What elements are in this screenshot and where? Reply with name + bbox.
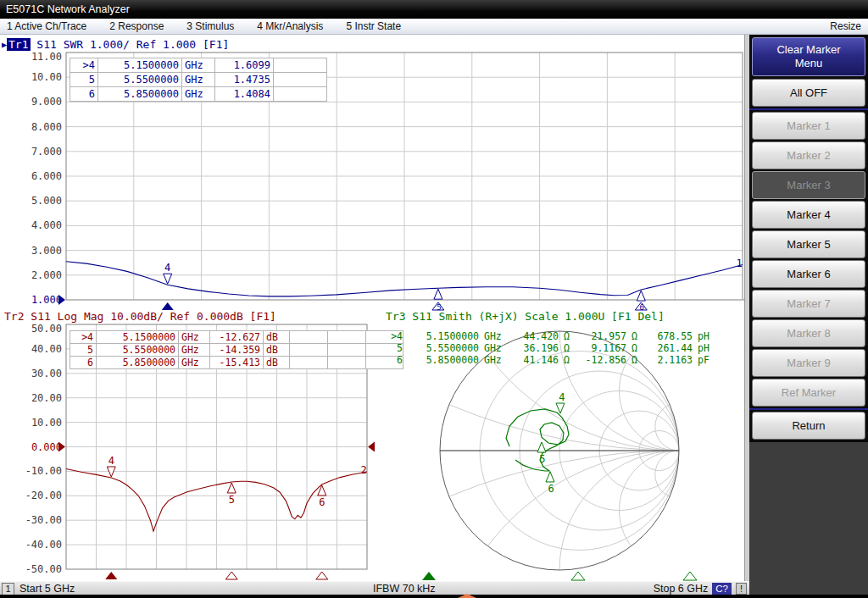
status-right-cluster: Stop 6 GHz C? ! (654, 583, 747, 595)
calibration-status-badge: C? (712, 583, 732, 595)
svg-text:30.00: 30.00 (31, 368, 62, 379)
menu-bar: 1 Active Ch/Trace2 Response3 Stimulus4 M… (0, 19, 868, 35)
softkey-menu-title: Clear Marker Menu (752, 37, 865, 76)
menu-items: 1 Active Ch/Trace2 Response3 Stimulus4 M… (0, 20, 830, 32)
svg-text:11.00: 11.00 (31, 51, 62, 63)
svg-text:1: 1 (736, 257, 742, 269)
instrument-display: 11.0010.009.0008.0007.0006.0005.0004.000… (0, 35, 749, 581)
svg-text:50.00: 50.00 (31, 323, 62, 335)
svg-text:20.00: 20.00 (31, 392, 62, 404)
trace2-header[interactable]: Tr2 S11 Log Mag 10.00dB/ Ref 0.000dB [F1… (4, 310, 276, 323)
sweep-position-indicator-icon (458, 594, 476, 598)
title-bar: E5071C Network Analyzer (0, 0, 868, 19)
softkey-marker-1: Marker 1 (752, 112, 865, 140)
softkey-menu-title-line1: Clear Marker (776, 43, 840, 57)
svg-text:-10.00: -10.00 (25, 465, 62, 477)
softkey-marker-7: Marker 7 (752, 290, 865, 318)
softkey-ref-marker: Ref Marker (752, 379, 865, 407)
svg-text:9.000: 9.000 (31, 96, 62, 108)
svg-text:7.000: 7.000 (31, 146, 62, 158)
svg-text:5.000: 5.000 (31, 195, 62, 207)
svg-text:5: 5 (229, 494, 235, 506)
svg-text:4.000: 4.000 (31, 219, 62, 231)
svg-text:4: 4 (164, 262, 170, 274)
menu-item-resize[interactable]: Resize (830, 20, 868, 32)
softkey-marker-3[interactable]: Marker 3 (752, 171, 865, 199)
svg-text:4: 4 (559, 391, 565, 403)
sidebar-filler (749, 442, 868, 598)
stop-frequency-label: Stop 6 GHz (654, 583, 709, 595)
svg-text:0.000: 0.000 (31, 441, 62, 453)
svg-text:2: 2 (360, 464, 366, 476)
softkey-menu-title-line2: Menu (795, 57, 823, 70)
menu-item-1[interactable]: 1 Active Ch/Trace (7, 20, 86, 32)
trace1-chip: Tr1 (7, 38, 30, 51)
marker-row: 55.5500000GHz36.196Ω9.1167Ω261.44pH (383, 342, 715, 354)
bottom-strip (0, 595, 868, 598)
marker-row: 55.5500000GHz-14.359dB (70, 344, 403, 357)
trace3-marker-table: >45.1500000GHz44.420Ω21.957Ω678.55pH55.5… (383, 330, 715, 366)
menu-item-5[interactable]: 5 Instr State (346, 20, 401, 32)
marker-row: >45.1500000GHz1.6099 (70, 58, 327, 73)
svg-text:40.00: 40.00 (31, 343, 62, 355)
softkey-all-off[interactable]: All OFF (752, 79, 865, 107)
svg-text:10.00: 10.00 (31, 71, 62, 83)
softkey-marker-5[interactable]: Marker 5 (752, 230, 865, 258)
softkey-marker-9: Marker 9 (752, 349, 865, 377)
softkey-separator (749, 108, 868, 110)
trace1-title: S11 SWR 1.000/ Ref 1.000 [F1] (31, 38, 230, 51)
trace3-header[interactable]: Tr3 S11 Smith (R+jX) Scale 1.000U [F1 De… (386, 310, 665, 323)
softkey-buttons: All OFFMarker 1Marker 2Marker 3Marker 4M… (749, 78, 868, 440)
svg-text:4: 4 (108, 455, 114, 467)
svg-text:6: 6 (319, 496, 325, 508)
trace1-header[interactable]: ▶Tr1 S11 SWR 1.000/ Ref 1.000 [F1] (2, 38, 229, 51)
svg-text:-50.00: -50.00 (25, 563, 62, 575)
marker-row: 65.8500000GHz-15.413dB (70, 357, 403, 369)
menu-item-3[interactable]: 3 Stimulus (186, 20, 234, 32)
trace1-marker-table: >45.1500000GHz1.609955.5500000GHz1.47356… (70, 58, 327, 102)
trace2-marker-table: >45.1500000GHz-12.627dB55.5500000GHz-14.… (70, 330, 403, 369)
marker-row: >45.1500000GHz-12.627dB (70, 331, 403, 344)
channel-number-box: 1 (2, 583, 14, 595)
ifbw-label: IFBW 70 kHz (373, 583, 436, 595)
marker-row: >45.1500000GHz44.420Ω21.957Ω678.55pH (383, 330, 715, 342)
softkey-menu: Clear Marker Menu All OFFMarker 1Marker … (749, 35, 868, 598)
svg-text:-30.00: -30.00 (25, 514, 62, 526)
softkey-marker-2: Marker 2 (752, 141, 865, 169)
svg-text:5: 5 (539, 453, 545, 465)
svg-text:6: 6 (548, 483, 554, 495)
window-title: E5071C Network Analyzer (6, 3, 130, 15)
start-frequency-label: Start 5 GHz (19, 583, 75, 595)
svg-text:-40.00: -40.00 (25, 539, 62, 551)
status-bar: 1 Start 5 GHz IFBW 70 kHz Stop 6 GHz C? … (0, 581, 749, 595)
menu-item-2[interactable]: 2 Response (109, 20, 164, 32)
softkey-return[interactable]: Return (752, 412, 865, 440)
softkey-marker-8: Marker 8 (752, 319, 865, 347)
svg-text:3.000: 3.000 (31, 245, 62, 257)
svg-text:-20.00: -20.00 (25, 490, 62, 501)
marker-row: 65.8500000GHz41.146Ω-12.856Ω2.1163pF (383, 354, 715, 366)
svg-text:8.000: 8.000 (31, 121, 62, 133)
softkey-separator (749, 408, 868, 410)
softkey-marker-6[interactable]: Marker 6 (752, 260, 865, 288)
marker-row: 55.5500000GHz1.4735 (70, 73, 327, 87)
svg-text:2.000: 2.000 (31, 269, 62, 281)
menu-item-4[interactable]: 4 Mkr/Analysis (257, 20, 323, 32)
svg-text:6.000: 6.000 (31, 170, 62, 182)
marker-row: 65.8500000GHz1.4084 (70, 87, 327, 102)
analyzer-window: E5071C Network Analyzer 1 Active Ch/Trac… (0, 0, 868, 598)
svg-text:10.00: 10.00 (31, 417, 62, 429)
charts-svg: 11.0010.009.0008.0007.0006.0005.0004.000… (0, 35, 749, 581)
warning-indicator: ! (736, 583, 747, 595)
svg-text:1.000: 1.000 (31, 294, 62, 306)
softkey-marker-4[interactable]: Marker 4 (752, 201, 865, 229)
